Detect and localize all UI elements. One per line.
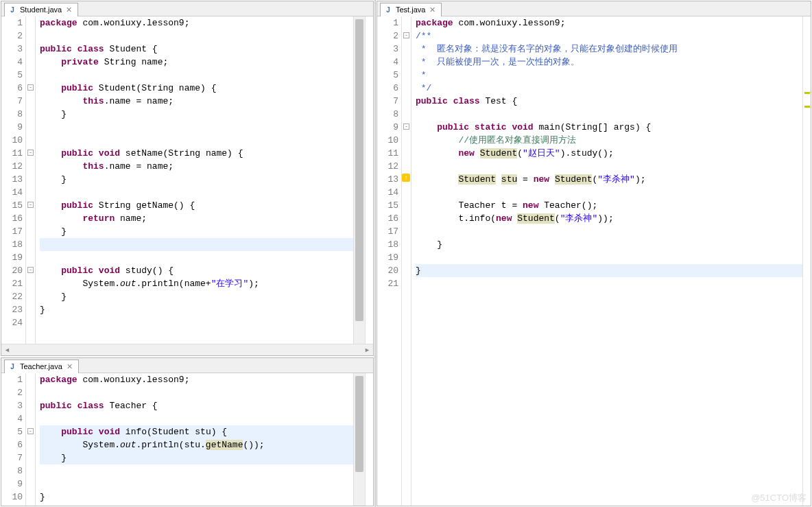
fold-gutter: - — [26, 373, 36, 506]
fold-icon[interactable]: - — [27, 84, 34, 91]
overview-ruler — [802, 16, 811, 506]
vertical-scrollbar[interactable] — [353, 16, 365, 344]
fold-icon[interactable]: - — [403, 123, 409, 130]
code-content[interactable]: package com.woniuxy.lesson9;public class… — [36, 373, 353, 506]
line-gutter: 123456789101112131415161718192021222324 — [1, 16, 26, 344]
java-file-icon — [8, 362, 17, 371]
tab-bar-test: Test.java ✕ — [377, 1, 811, 16]
fold-icon[interactable]: - — [27, 150, 34, 156]
overview-ruler — [365, 16, 373, 344]
tab-label: Teacher.java — [20, 362, 62, 370]
java-file-icon — [8, 5, 17, 14]
line-gutter: 12345678910 — [1, 373, 26, 506]
fold-icon[interactable]: - — [27, 202, 34, 208]
editor-teacher: Teacher.java ✕ 12345678910 - package com… — [1, 357, 374, 506]
horizontal-scrollbar[interactable]: ◄► — [1, 344, 373, 355]
tab-label: Student.java — [20, 5, 62, 14]
overview-warning-mark[interactable] — [804, 92, 810, 94]
java-file-icon — [383, 5, 393, 14]
close-icon[interactable]: ✕ — [65, 362, 74, 371]
tab-bar-teacher: Teacher.java ✕ — [1, 358, 373, 373]
vertical-scrollbar[interactable] — [353, 373, 365, 506]
editor-student: Student.java ✕ 1234567891011121314151617… — [1, 1, 374, 356]
fold-icon[interactable]: - — [403, 32, 409, 38]
overview-ruler — [365, 373, 373, 506]
fold-gutter: - - ! — [402, 16, 411, 506]
warning-icon[interactable]: ! — [402, 174, 410, 182]
code-area-student[interactable]: 123456789101112131415161718192021222324 … — [1, 16, 373, 344]
overview-warning-mark[interactable] — [804, 106, 810, 108]
watermark: @51CTO博客 — [751, 492, 807, 504]
code-area-test[interactable]: 123456789101112131415161718192021 - - ! … — [377, 16, 811, 506]
code-content[interactable]: package com.woniuxy.lesson9;/** * 匿名对象：就… — [411, 16, 802, 506]
fold-gutter: - - - - — [26, 16, 36, 344]
editor-test: Test.java ✕ 1234567891011121314151617181… — [377, 1, 811, 506]
code-content[interactable]: package com.woniuxy.lesson9;public class… — [36, 16, 353, 344]
line-gutter: 123456789101112131415161718192021 — [377, 16, 402, 506]
fold-icon[interactable]: - — [27, 428, 34, 434]
code-area-teacher[interactable]: 12345678910 - package com.woniuxy.lesson… — [1, 373, 373, 506]
tab-label: Test.java — [396, 5, 425, 14]
close-icon[interactable]: ✕ — [428, 5, 437, 14]
tab-teacher[interactable]: Teacher.java ✕ — [4, 359, 79, 373]
tab-test[interactable]: Test.java ✕ — [380, 3, 442, 16]
tab-bar-student: Student.java ✕ — [1, 1, 373, 16]
close-icon[interactable]: ✕ — [64, 5, 73, 14]
tab-student[interactable]: Student.java ✕ — [4, 3, 78, 16]
fold-icon[interactable]: - — [27, 267, 34, 273]
